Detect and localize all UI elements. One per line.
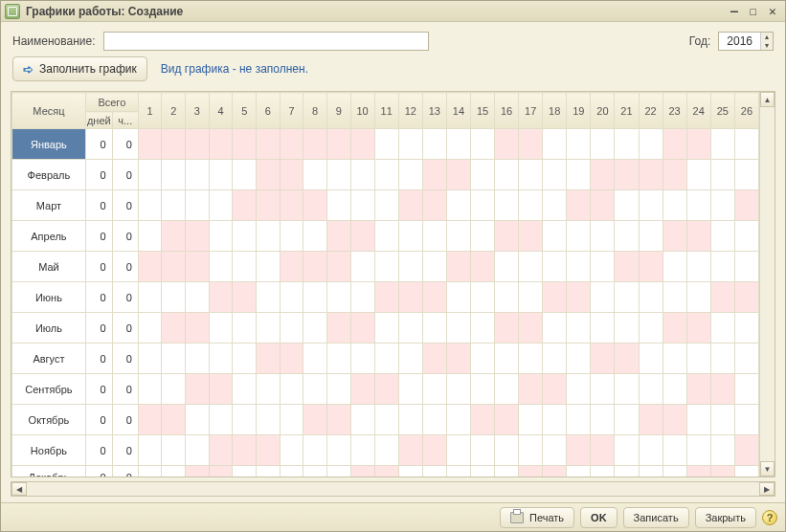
day-cell[interactable] bbox=[470, 466, 494, 477]
day-cell[interactable] bbox=[662, 129, 686, 160]
day-cell[interactable] bbox=[446, 129, 470, 160]
day-cell[interactable] bbox=[639, 190, 662, 221]
month-cell[interactable]: Июнь bbox=[12, 282, 86, 313]
day-cell[interactable] bbox=[446, 160, 470, 190]
day-cell[interactable] bbox=[470, 313, 494, 344]
day-cell[interactable] bbox=[422, 282, 446, 313]
ok-button[interactable]: OK bbox=[580, 507, 618, 528]
day-cell[interactable] bbox=[350, 405, 374, 435]
day-cell[interactable] bbox=[662, 466, 686, 477]
days-cell[interactable]: 0 bbox=[85, 344, 112, 374]
month-cell[interactable]: Май bbox=[12, 252, 86, 282]
day-cell[interactable] bbox=[374, 374, 398, 405]
day-cell[interactable] bbox=[138, 282, 162, 313]
day-cell[interactable] bbox=[209, 344, 233, 374]
day-cell[interactable] bbox=[186, 282, 210, 313]
hours-cell[interactable]: 0 bbox=[112, 221, 138, 252]
day-cell[interactable] bbox=[162, 466, 186, 477]
day-cell[interactable] bbox=[280, 160, 303, 190]
day-cell[interactable] bbox=[519, 374, 543, 405]
table-row[interactable]: Май00 bbox=[12, 252, 759, 282]
day-cell[interactable] bbox=[186, 252, 210, 282]
day-cell[interactable] bbox=[686, 282, 710, 313]
day-cell[interactable] bbox=[138, 374, 162, 405]
col-day-11[interactable]: 11 bbox=[374, 93, 398, 129]
day-cell[interactable] bbox=[543, 435, 567, 466]
day-cell[interactable] bbox=[374, 221, 398, 252]
day-cell[interactable] bbox=[662, 190, 686, 221]
day-cell[interactable] bbox=[209, 160, 233, 190]
day-cell[interactable] bbox=[470, 374, 494, 405]
day-cell[interactable] bbox=[233, 466, 257, 477]
day-cell[interactable] bbox=[567, 282, 591, 313]
table-row[interactable]: Сентябрь00 bbox=[12, 374, 759, 405]
day-cell[interactable] bbox=[615, 190, 639, 221]
day-cell[interactable] bbox=[446, 435, 470, 466]
day-cell[interactable] bbox=[209, 221, 233, 252]
day-cell[interactable] bbox=[233, 252, 257, 282]
col-day-26[interactable]: 26 bbox=[734, 93, 758, 129]
month-cell[interactable]: Октябрь bbox=[12, 405, 86, 435]
table-row[interactable]: Февраль00 bbox=[12, 160, 759, 190]
day-cell[interactable] bbox=[374, 313, 398, 344]
day-cell[interactable] bbox=[710, 435, 734, 466]
day-cell[interactable] bbox=[422, 252, 446, 282]
day-cell[interactable] bbox=[543, 344, 567, 374]
day-cell[interactable] bbox=[519, 435, 543, 466]
day-cell[interactable] bbox=[662, 313, 686, 344]
col-days[interactable]: дней bbox=[85, 112, 112, 129]
day-cell[interactable] bbox=[519, 252, 543, 282]
day-cell[interactable] bbox=[280, 344, 303, 374]
hours-cell[interactable]: 0 bbox=[112, 190, 138, 221]
day-cell[interactable] bbox=[639, 160, 662, 190]
days-cell[interactable]: 0 bbox=[85, 221, 112, 252]
col-day-13[interactable]: 13 bbox=[422, 93, 446, 129]
day-cell[interactable] bbox=[138, 435, 162, 466]
day-cell[interactable] bbox=[422, 435, 446, 466]
day-cell[interactable] bbox=[734, 190, 758, 221]
day-cell[interactable] bbox=[233, 313, 257, 344]
days-cell[interactable]: 0 bbox=[85, 252, 112, 282]
day-cell[interactable] bbox=[639, 344, 662, 374]
table-row[interactable]: Июль00 bbox=[12, 313, 759, 344]
day-cell[interactable] bbox=[615, 344, 639, 374]
day-cell[interactable] bbox=[209, 405, 233, 435]
day-cell[interactable] bbox=[591, 374, 615, 405]
day-cell[interactable] bbox=[662, 344, 686, 374]
table-row[interactable]: Январь00 bbox=[12, 129, 759, 160]
col-day-23[interactable]: 23 bbox=[662, 93, 686, 129]
day-cell[interactable] bbox=[591, 313, 615, 344]
day-cell[interactable] bbox=[233, 435, 257, 466]
day-cell[interactable] bbox=[543, 282, 567, 313]
days-cell[interactable]: 0 bbox=[85, 282, 112, 313]
scroll-left-button[interactable]: ◀ bbox=[11, 482, 27, 496]
day-cell[interactable] bbox=[615, 282, 639, 313]
day-cell[interactable] bbox=[734, 313, 758, 344]
day-cell[interactable] bbox=[567, 129, 591, 160]
hours-cell[interactable]: 0 bbox=[112, 435, 138, 466]
scroll-down-button[interactable]: ▼ bbox=[760, 461, 775, 477]
close-button[interactable]: ✕ bbox=[764, 4, 781, 19]
day-cell[interactable] bbox=[495, 129, 519, 160]
day-cell[interactable] bbox=[162, 221, 186, 252]
day-cell[interactable] bbox=[398, 282, 422, 313]
day-cell[interactable] bbox=[446, 374, 470, 405]
day-cell[interactable] bbox=[686, 252, 710, 282]
day-cell[interactable] bbox=[639, 313, 662, 344]
day-cell[interactable] bbox=[639, 129, 662, 160]
day-cell[interactable] bbox=[280, 129, 303, 160]
col-month[interactable]: Месяц bbox=[12, 93, 86, 129]
day-cell[interactable] bbox=[470, 252, 494, 282]
day-cell[interactable] bbox=[686, 405, 710, 435]
day-cell[interactable] bbox=[233, 129, 257, 160]
day-cell[interactable] bbox=[470, 344, 494, 374]
days-cell[interactable]: 0 bbox=[85, 313, 112, 344]
day-cell[interactable] bbox=[162, 129, 186, 160]
day-cell[interactable] bbox=[162, 374, 186, 405]
day-cell[interactable] bbox=[567, 160, 591, 190]
hours-cell[interactable]: 0 bbox=[112, 405, 138, 435]
year-spinner[interactable]: 2016 ▲ ▼ bbox=[718, 32, 774, 51]
month-cell[interactable]: Апрель bbox=[12, 221, 86, 252]
day-cell[interactable] bbox=[710, 405, 734, 435]
day-cell[interactable] bbox=[209, 435, 233, 466]
